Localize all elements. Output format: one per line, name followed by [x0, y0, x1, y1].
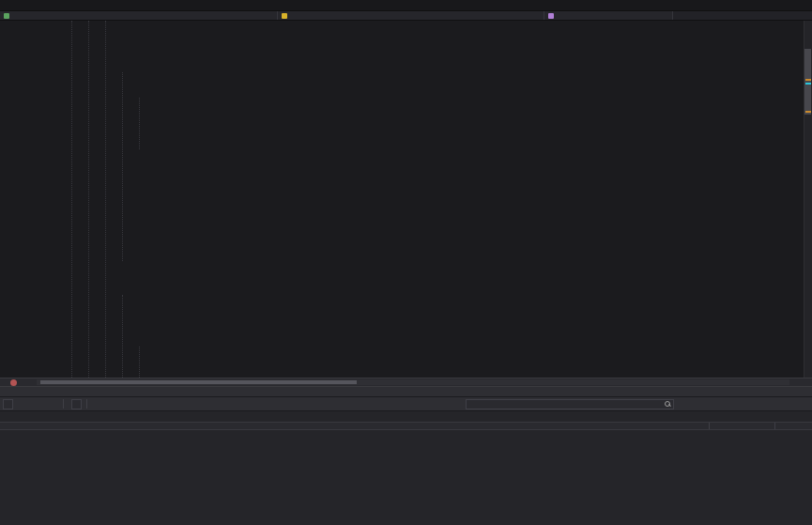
search-input[interactable]	[469, 401, 665, 408]
toolbar-separator	[63, 399, 64, 409]
tab-bar	[0, 0, 812, 11]
scope-dropdown[interactable]	[3, 399, 13, 409]
breadcrumb-bar	[0, 11, 812, 21]
method-icon	[548, 13, 554, 19]
code-editor[interactable]	[0, 21, 812, 378]
find-summary	[0, 411, 812, 422]
project-icon	[4, 13, 9, 19]
caret-position-mark	[805, 83, 811, 85]
type-dropdown[interactable]	[278, 11, 544, 20]
class-icon	[282, 13, 287, 19]
editor-status-bar	[0, 378, 812, 386]
issues-indicator[interactable]	[10, 379, 20, 386]
group-by-dropdown[interactable]	[71, 399, 82, 409]
indent-guide	[88, 21, 89, 378]
misc-files-button[interactable]	[46, 399, 58, 409]
toolbar-separator	[86, 399, 87, 409]
find-toolbar	[0, 397, 812, 411]
file-column-header[interactable]	[709, 423, 774, 429]
vs-window	[0, 0, 812, 525]
find-panel-title	[0, 387, 812, 397]
indent-guide	[139, 347, 140, 378]
search-match-mark	[805, 111, 811, 113]
indent-guide	[139, 98, 140, 149]
issues-icon	[10, 379, 17, 386]
indent-guide	[122, 295, 123, 378]
find-results-tree	[0, 430, 812, 525]
indent-guide	[71, 21, 72, 378]
line-column-header[interactable]	[774, 423, 812, 429]
project-dropdown[interactable]	[0, 11, 278, 20]
find-results-header	[0, 422, 812, 430]
scrollbar-thumb[interactable]	[804, 49, 811, 115]
whole-word-button[interactable]	[31, 399, 43, 409]
indent-guide	[122, 72, 123, 261]
search-icon	[665, 401, 670, 407]
indent-guide	[105, 21, 106, 378]
editor-vertical-scrollbar[interactable]	[804, 21, 812, 378]
search-match-mark	[805, 79, 811, 81]
editor-horizontal-scrollbar[interactable]	[37, 379, 789, 385]
match-case-button[interactable]	[16, 399, 28, 409]
find-results-panel	[0, 386, 812, 525]
search-results-box[interactable]	[466, 399, 674, 409]
scrollbar-thumb[interactable]	[40, 380, 357, 384]
member-dropdown[interactable]	[544, 11, 673, 20]
navbar-filler	[673, 11, 812, 20]
